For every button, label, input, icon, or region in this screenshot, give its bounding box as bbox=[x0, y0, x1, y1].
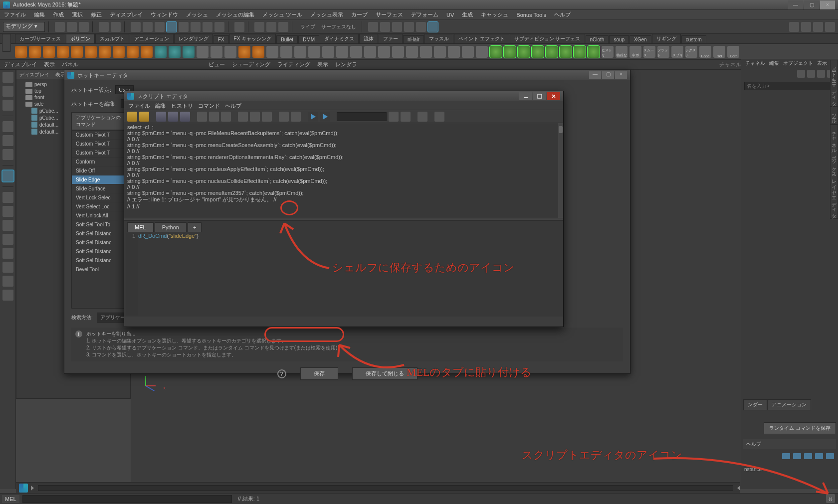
se-save-to-shelf-icon[interactable] bbox=[168, 112, 178, 122]
shelf-tab-7[interactable]: Bullet bbox=[276, 35, 298, 43]
cb-edit-menu[interactable]: 編集 bbox=[769, 60, 779, 67]
shelf-tab-6[interactable]: FX キャッシング bbox=[229, 34, 276, 43]
cb-object-menu[interactable]: オブジェクト bbox=[783, 60, 813, 67]
shelf-tab-11[interactable]: ファー bbox=[379, 34, 403, 43]
shelf-icon-23[interactable] bbox=[336, 46, 348, 58]
shelf-tab-18[interactable]: XGen bbox=[629, 35, 651, 43]
outliner-icon[interactable] bbox=[813, 22, 823, 32]
shelf-icon-30[interactable] bbox=[434, 46, 446, 58]
se-goto-icon[interactable] bbox=[418, 112, 427, 122]
redo-icon[interactable] bbox=[111, 22, 121, 32]
shelf-icon-lbl-2[interactable]: 中ボ bbox=[629, 46, 641, 58]
hotkey-item-5[interactable]: Slide Edge bbox=[72, 175, 125, 184]
se-menu-コマンド[interactable]: コマンド bbox=[198, 102, 220, 109]
shelf-tab-12[interactable]: nHair bbox=[403, 35, 424, 43]
shelf-icon-5[interactable] bbox=[85, 46, 97, 58]
shelf-icon-g-1[interactable] bbox=[504, 46, 516, 58]
shelf-icon-14[interactable] bbox=[210, 46, 222, 58]
shelf-icon-31[interactable] bbox=[448, 46, 460, 58]
shelf-tab-1[interactable]: ポリゴン bbox=[66, 34, 95, 43]
hotkey-item-6[interactable]: Slide Surface bbox=[72, 184, 125, 193]
shelf-icon-33[interactable] bbox=[476, 46, 488, 58]
cb-icon-2[interactable] bbox=[807, 70, 815, 78]
shelf-icon-19[interactable] bbox=[280, 46, 292, 58]
outliner-display-menu[interactable]: ディスプレイ bbox=[19, 71, 49, 78]
shelf-tab-4[interactable]: レンダリング bbox=[174, 34, 213, 43]
shelf-icon-8[interactable] bbox=[127, 46, 139, 58]
shelf-tab-3[interactable]: アニメーション bbox=[130, 34, 174, 43]
shelf-icon-lbl-3[interactable]: スムース bbox=[643, 46, 655, 58]
scripteditor-maximize-button[interactable] bbox=[533, 92, 546, 100]
shelf-tab-17[interactable]: soup bbox=[609, 35, 629, 43]
select-tool[interactable] bbox=[2, 72, 13, 83]
shelf-icon-lbl-5[interactable]: スプリ bbox=[671, 46, 683, 58]
se-search-field[interactable] bbox=[337, 112, 387, 121]
cb-channel-menu[interactable]: チャネル bbox=[745, 60, 765, 67]
panel-show-menu[interactable]: 表示 bbox=[44, 61, 55, 68]
shelf-tab-5[interactable]: FX bbox=[213, 35, 229, 43]
shelf-icon-lbl-7[interactable]: Edge bbox=[699, 46, 711, 58]
cmdline-lang-label[interactable]: MEL bbox=[2, 495, 19, 503]
menu-作成[interactable]: 作成 bbox=[51, 10, 66, 19]
shelf-icon-0[interactable] bbox=[15, 46, 27, 58]
shelf-icon-g-5[interactable] bbox=[560, 46, 572, 58]
graph-editor-icon[interactable] bbox=[825, 22, 835, 32]
se-code-editor[interactable]: 1 dR_DoCmd("slideEdge") bbox=[124, 232, 563, 317]
range-end-handle[interactable] bbox=[737, 486, 740, 491]
hotkey-item-9[interactable]: Vert Unlock All bbox=[72, 211, 125, 220]
close-button[interactable]: × bbox=[820, 0, 835, 9]
panel-panels-menu[interactable]: パネル bbox=[62, 61, 78, 68]
se-source-icon[interactable] bbox=[139, 112, 149, 122]
shelf-icon-g-0[interactable] bbox=[490, 46, 502, 58]
layout-custom[interactable] bbox=[2, 262, 13, 273]
menu-UV[interactable]: UV bbox=[444, 11, 456, 19]
shelf-tab-15[interactable]: サブディビジョン サーフェス bbox=[510, 34, 585, 43]
menu-メッシュ表示[interactable]: メッシュ表示 bbox=[308, 10, 345, 19]
se-menu-ファイル[interactable]: ファイル bbox=[128, 102, 150, 109]
menu-Bonus Tools[interactable]: Bonus Tools bbox=[514, 11, 548, 19]
rotate-tool[interactable] bbox=[2, 135, 13, 146]
hotkey-item-15[interactable]: Bevel Tool bbox=[72, 265, 125, 274]
menu-キャッシュ[interactable]: キャッシュ bbox=[479, 10, 510, 19]
shelf-tab-0[interactable]: カーブ/サーフェス bbox=[15, 34, 65, 43]
modeling-toolkit-icon[interactable] bbox=[789, 22, 799, 32]
shelf-icon-22[interactable] bbox=[322, 46, 334, 58]
shelf-icon-26[interactable] bbox=[378, 46, 390, 58]
cb-icon-1[interactable] bbox=[797, 70, 805, 78]
se-menu-ヒストリ[interactable]: ヒストリ bbox=[171, 102, 193, 109]
shelf-icon-27[interactable] bbox=[392, 46, 404, 58]
vp-show-menu[interactable]: 表示 bbox=[317, 61, 328, 68]
hotkey-item-10[interactable]: Soft Sel Tool To bbox=[72, 220, 125, 229]
shelf-tab-20[interactable]: custom bbox=[681, 35, 706, 43]
shelf-tab-10[interactable]: 流体 bbox=[359, 34, 378, 43]
hotkey-item-7[interactable]: Vert Lock Selec bbox=[72, 193, 125, 202]
snap-live-icon[interactable] bbox=[214, 22, 224, 32]
se-indent-icon[interactable] bbox=[434, 112, 444, 122]
workspace-mode-select[interactable]: モデリング ▾ bbox=[3, 22, 45, 32]
se-search-prev-icon[interactable] bbox=[401, 112, 411, 122]
menu-ヘルプ[interactable]: ヘルプ bbox=[552, 10, 573, 19]
vp-lighting-menu[interactable]: ライティング bbox=[277, 61, 310, 68]
lasso-tool[interactable] bbox=[2, 86, 13, 97]
vp-renderer-menu[interactable]: レンダラ bbox=[335, 61, 357, 68]
menu-メッシュ ツール[interactable]: メッシュ ツール bbox=[260, 10, 304, 19]
layout-four[interactable] bbox=[2, 206, 13, 217]
shelf-icon-32[interactable] bbox=[462, 46, 474, 58]
playback-stop-icon[interactable] bbox=[804, 453, 812, 459]
hotkey-item-11[interactable]: Soft Sel Distanc bbox=[72, 229, 125, 238]
shelf-icon-12[interactable] bbox=[183, 46, 195, 58]
shelf-icon-18[interactable] bbox=[266, 46, 278, 58]
lasso-tool-icon[interactable] bbox=[143, 22, 153, 32]
scale-tool[interactable] bbox=[2, 149, 13, 160]
vp-view-menu[interactable]: ビュー bbox=[209, 61, 225, 68]
hotkey-item-3[interactable]: Conform bbox=[72, 158, 125, 167]
shelf-icon-g-3[interactable] bbox=[532, 46, 544, 58]
time-slider[interactable] bbox=[16, 482, 740, 493]
cb-icon-3[interactable] bbox=[817, 70, 825, 78]
menu-サーフェス[interactable]: サーフェス bbox=[374, 10, 405, 19]
menu-メッシュ[interactable]: メッシュ bbox=[184, 10, 210, 19]
se-history-scrollbar[interactable] bbox=[558, 123, 563, 218]
se-saveall-icon[interactable] bbox=[180, 112, 190, 122]
hotkey-command-list[interactable]: Custom Pivot TCustom Pivot TCustom Pivot… bbox=[71, 130, 125, 309]
shelf-icon-lbl-9[interactable]: Corr bbox=[727, 46, 739, 58]
